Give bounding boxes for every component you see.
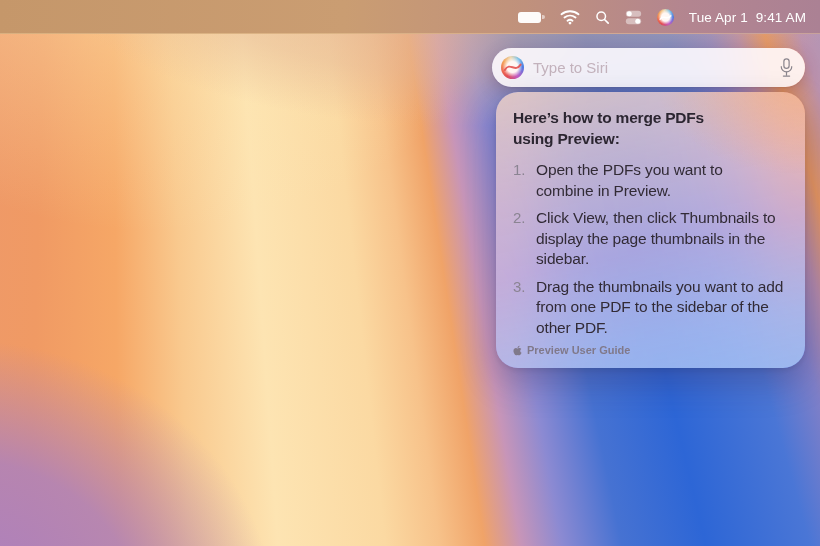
instruction-step: 2.Click View, then click Thumbnails to d… bbox=[513, 208, 789, 270]
apple-logo-icon bbox=[513, 345, 522, 356]
menu-bar-time: 9:41 AM bbox=[756, 10, 806, 25]
step-number: 2. bbox=[513, 208, 530, 270]
control-center-icon[interactable] bbox=[625, 10, 642, 25]
wifi-icon[interactable] bbox=[560, 9, 580, 25]
response-title: Here’s how to merge PDFs using Preview: bbox=[513, 108, 725, 149]
battery-nub bbox=[542, 15, 545, 20]
step-text: Click View, then click Thumbnails to dis… bbox=[536, 208, 789, 270]
source-label: Preview User Guide bbox=[527, 344, 630, 356]
spotlight-search-icon[interactable] bbox=[595, 10, 610, 25]
desktop: Tue Apr 1 9:41 AM Here’s how to merge PD… bbox=[0, 0, 820, 546]
siri-input[interactable] bbox=[492, 48, 805, 87]
step-text: Drag the thumbnails you want to add from… bbox=[536, 277, 784, 339]
siri-menu-icon[interactable] bbox=[657, 9, 674, 26]
siri-response-card: Here’s how to merge PDFs using Preview: … bbox=[496, 92, 805, 368]
step-number: 1. bbox=[513, 160, 530, 201]
source-link[interactable]: Preview User Guide bbox=[513, 344, 630, 356]
menu-bar-date: Tue Apr 1 bbox=[689, 10, 748, 25]
siri-text-input[interactable] bbox=[533, 59, 769, 76]
step-number: 3. bbox=[513, 277, 530, 339]
step-text: Open the PDFs you want to combine in Pre… bbox=[536, 160, 751, 201]
menu-bar: Tue Apr 1 9:41 AM bbox=[0, 0, 820, 34]
instruction-step: 1.Open the PDFs you want to combine in P… bbox=[513, 160, 789, 201]
battery-level bbox=[518, 12, 541, 23]
siri-orb-icon bbox=[501, 56, 524, 79]
battery-icon[interactable] bbox=[518, 12, 545, 23]
instruction-step: 3.Drag the thumbnails you want to add fr… bbox=[513, 277, 789, 339]
instruction-list: 1.Open the PDFs you want to combine in P… bbox=[513, 160, 789, 338]
microphone-icon[interactable] bbox=[778, 57, 795, 79]
menu-bar-clock[interactable]: Tue Apr 1 9:41 AM bbox=[689, 10, 806, 25]
